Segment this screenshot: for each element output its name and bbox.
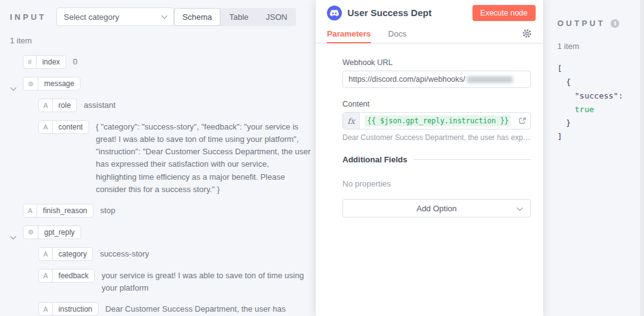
- schema-key: message: [38, 77, 80, 90]
- discord-icon: [327, 6, 342, 20]
- redacted-webhook-token: [467, 76, 513, 83]
- schema-value: Dear Customer Success Department, the us…: [105, 302, 311, 316]
- json-key: "success": [575, 91, 618, 100]
- schema-key: gpt_reply: [38, 226, 80, 239]
- input-panel: INPUT Select category Schema Table JSON …: [0, 0, 316, 316]
- tree-row-content: A content { "category": "success-story",…: [38, 120, 311, 196]
- schema-pill-feedback[interactable]: A feedback: [38, 269, 95, 283]
- schema-value: stop: [100, 204, 116, 217]
- section-divider: [414, 159, 531, 160]
- schema-pill-finish-reason[interactable]: A finish_reason: [23, 204, 94, 217]
- tab-docs[interactable]: Docs: [388, 24, 407, 43]
- tree-row-feedback: A feedback your service is great! I was …: [38, 269, 311, 294]
- open-expression-editor-icon[interactable]: [519, 117, 526, 125]
- string-type-icon: A: [24, 204, 37, 217]
- tree-row-gpt-reply: ⊜ gpt_reply: [23, 226, 311, 239]
- json-line: {: [557, 76, 644, 89]
- node-header: User Success Dept Execute node: [316, 0, 543, 22]
- add-option-select[interactable]: Add Option: [342, 199, 531, 217]
- display-mode-tabs: Schema Table JSON: [174, 8, 296, 26]
- schema-value: 0: [73, 55, 77, 68]
- schema-value: assistant: [84, 99, 115, 112]
- info-icon[interactable]: i: [611, 19, 619, 28]
- add-option-label: Add Option: [416, 204, 456, 213]
- content-field: Content fx {{ $json.gpt_reply.instructio…: [342, 100, 531, 142]
- execute-node-button[interactable]: Execute node: [472, 5, 536, 21]
- string-type-icon: A: [39, 248, 53, 260]
- json-boolean-value: true: [575, 105, 594, 114]
- no-properties-text: No properties: [342, 179, 531, 188]
- output-json-view: [ { "success": true } ]: [543, 51, 644, 144]
- collapse-toggle-icon[interactable]: [11, 230, 15, 241]
- number-type-icon: #: [24, 56, 37, 68]
- canvas-edge: [640, 0, 644, 316]
- gear-icon[interactable]: [522, 29, 532, 38]
- schema-value: { "category": "success-story", "feedback…: [96, 120, 311, 196]
- content-label: Content: [342, 100, 531, 108]
- content-expression-input[interactable]: fx {{ $json.gpt_reply.instruction }}: [342, 112, 531, 129]
- json-line: }: [557, 116, 644, 130]
- node-tabs: Parameters Docs: [316, 24, 543, 43]
- tab-json[interactable]: JSON: [257, 8, 296, 26]
- output-panel-header: OUTPUT i: [543, 0, 644, 28]
- collapse-toggle-icon[interactable]: [11, 81, 15, 92]
- schema-pill-content[interactable]: A content: [38, 120, 89, 134]
- schema-pill-instruction[interactable]: A instruction: [38, 302, 98, 316]
- string-type-icon: A: [39, 121, 53, 133]
- tab-table[interactable]: Table: [220, 8, 257, 26]
- schema-value: your service is great! I was able to sav…: [102, 269, 311, 294]
- object-type-icon: ⊜: [24, 77, 38, 90]
- content-expression-value: {{ $json.gpt_reply.instruction }}: [365, 115, 511, 126]
- webhook-url-field: Webhook URL https://discord.com/api/webh…: [342, 58, 531, 88]
- schema-pill-index[interactable]: # index: [23, 55, 66, 69]
- tab-parameters[interactable]: Parameters: [327, 24, 371, 43]
- webhook-url-label: Webhook URL: [342, 58, 531, 67]
- chevron-down-icon: [517, 205, 523, 211]
- webhook-url-input[interactable]: https://discord.com/api/webhooks/: [342, 71, 531, 88]
- webhook-url-value: https://discord.com/api/webhooks/: [349, 75, 465, 84]
- schema-key: content: [53, 121, 88, 133]
- input-item-count: 1 item: [0, 30, 316, 55]
- output-panel: OUTPUT i 1 item [ { "success": true } ]: [543, 0, 644, 316]
- schema-tree: # index 0 ⊜ message A role assistant A: [0, 55, 316, 316]
- input-panel-title: INPUT: [10, 12, 46, 22]
- additional-fields-title: Additional Fields: [342, 155, 407, 164]
- json-line: "success": true: [557, 89, 644, 116]
- schema-value: success-story: [100, 247, 149, 260]
- node-settings-panel: User Success Dept Execute node Parameter…: [316, 0, 543, 316]
- node-title: User Success Dept: [347, 7, 432, 18]
- object-type-icon: ⊜: [24, 226, 38, 239]
- schema-key: category: [53, 248, 92, 260]
- fx-icon: fx: [343, 113, 360, 129]
- string-type-icon: A: [39, 270, 53, 282]
- tree-row-index: # index 0: [23, 55, 311, 69]
- category-select[interactable]: Select category: [56, 7, 174, 26]
- string-type-icon: A: [39, 99, 53, 112]
- string-type-icon: A: [39, 303, 53, 315]
- schema-pill-message[interactable]: ⊜ message: [23, 77, 80, 90]
- tab-schema[interactable]: Schema: [174, 8, 221, 26]
- output-item-count: 1 item: [543, 28, 644, 51]
- input-panel-header: INPUT Select category Schema Table JSON: [0, 0, 316, 30]
- schema-key: role: [53, 99, 76, 112]
- schema-pill-gpt-reply[interactable]: ⊜ gpt_reply: [23, 226, 81, 239]
- category-select-value: Select category: [64, 12, 120, 22]
- tree-row-role: A role assistant: [38, 99, 311, 112]
- expression-preview: Dear Customer Success Department, the us…: [342, 133, 531, 142]
- schema-key: feedback: [53, 270, 94, 282]
- chevron-down-icon: [161, 13, 167, 19]
- tree-row-instruction: A instruction Dear Customer Success Depa…: [38, 302, 311, 316]
- tree-row-message: ⊜ message: [23, 77, 311, 90]
- json-separator: :: [618, 91, 623, 100]
- additional-fields-section: Additional Fields: [342, 155, 531, 164]
- tree-row-category: A category success-story: [38, 247, 311, 261]
- schema-key: finish_reason: [37, 204, 92, 217]
- node-parameters-body: Webhook URL https://discord.com/api/webh…: [316, 43, 543, 217]
- schema-pill-category[interactable]: A category: [38, 247, 93, 261]
- tree-row-finish-reason: A finish_reason stop: [23, 204, 311, 217]
- json-line: [: [557, 62, 644, 76]
- schema-pill-role[interactable]: A role: [38, 99, 77, 112]
- schema-key: index: [37, 56, 66, 68]
- output-panel-title: OUTPUT: [557, 19, 605, 28]
- json-line: ]: [557, 130, 644, 144]
